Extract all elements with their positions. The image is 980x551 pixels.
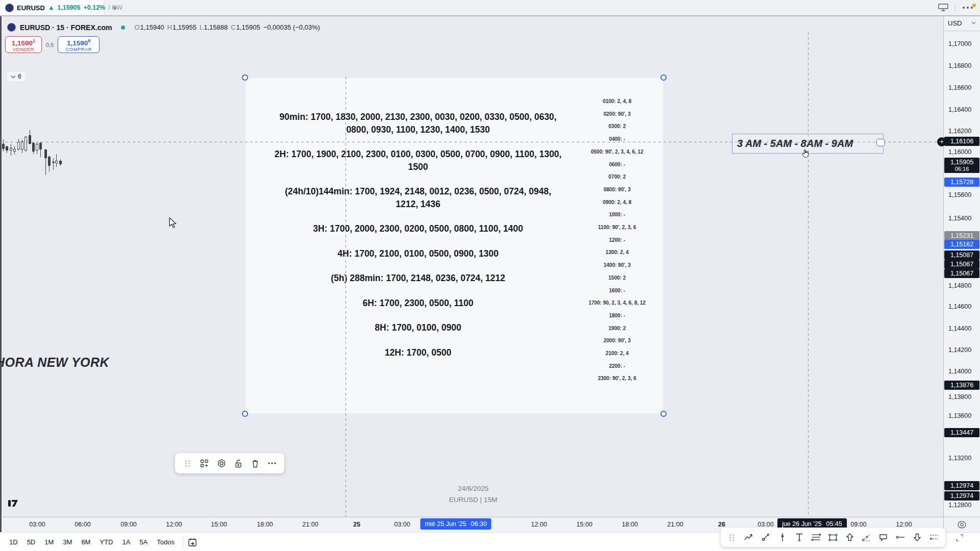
- add-tab-button[interactable]: +: [112, 3, 117, 13]
- clone-group-icon[interactable]: [196, 453, 213, 473]
- range-button[interactable]: 3M: [59, 536, 76, 548]
- price-badge-text: 1,16106: [944, 138, 979, 145]
- candle-body: [52, 162, 55, 163]
- image-anchor-top-right[interactable]: [660, 74, 667, 81]
- divider: [955, 4, 955, 12]
- tab-eurusd[interactable]: EURUSD ▲ 1,15905 +0.12% / NW: [0, 0, 105, 15]
- arrow-up-icon[interactable]: [841, 528, 858, 547]
- image-anchor-bottom-right[interactable]: [660, 411, 667, 417]
- price-badge-text: 1,12974: [944, 492, 979, 499]
- price-badge: 1,12974: [944, 481, 979, 490]
- range-button[interactable]: 5D: [23, 536, 40, 548]
- range-button[interactable]: 6M: [77, 536, 94, 548]
- tab-change-pct: +0.12%: [83, 4, 105, 11]
- hour-list-line: 2100: 2, 4: [572, 347, 662, 360]
- candle-body: [2, 144, 5, 149]
- trend-line-icon[interactable]: [757, 528, 774, 547]
- note-paragraph: (24h/10)144min: 1700, 1924, 2148, 0012, …: [253, 185, 583, 210]
- text-tool-icon[interactable]: [791, 528, 808, 547]
- range-button[interactable]: 1D: [5, 536, 22, 548]
- time-tick: 03:00: [757, 521, 773, 528]
- more-options-icon[interactable]: [263, 453, 280, 473]
- buy-button[interactable]: 1,15906 COMPRAR: [58, 36, 100, 53]
- sell-button[interactable]: 1,15901 VENDER: [5, 36, 42, 53]
- price-tick: 1,13200: [948, 455, 971, 462]
- price-badge-text: 1,13876: [944, 382, 979, 389]
- horizontal-ray-icon[interactable]: [892, 528, 909, 547]
- legend-title[interactable]: EURUSD · 15 · FOREX.com: [20, 23, 112, 32]
- price-badge: 1,15067: [944, 269, 979, 278]
- price-badge-text: 1,15231: [944, 232, 979, 239]
- drag-handle-icon[interactable]: [724, 528, 741, 547]
- settings-gear-icon[interactable]: [213, 453, 230, 473]
- callout-icon[interactable]: [875, 528, 892, 547]
- chart-legend[interactable]: EURUSD · 15 · FOREX.com O1,15940 H1,1595…: [7, 23, 320, 32]
- range-button[interactable]: 5A: [135, 536, 152, 548]
- time-tick: 12:00: [896, 521, 912, 528]
- mouse-pointer-cursor: [168, 217, 178, 229]
- candle-body: [55, 161, 58, 163]
- price-axis[interactable]: USD 1,170001,168001,166001,164001,162001…: [943, 15, 980, 517]
- selection-toolbar: [175, 453, 284, 473]
- polyline-icon[interactable]: [741, 528, 757, 547]
- symbol-timeframe-label: EURUSD | 15M: [449, 496, 497, 504]
- layout-windows-icon[interactable]: [938, 3, 949, 12]
- currency-label: USD: [948, 19, 962, 27]
- session-note-main-text: 90min: 1700, 1830, 2000, 2130, 2300, 003…: [253, 111, 583, 371]
- goto-date-icon[interactable]: [187, 537, 198, 547]
- session-note-hour-list: 0100: 2, 4, 80200: 90', 30300: 20400: -0…: [572, 95, 662, 385]
- object-tree-toggle[interactable]: 6: [7, 72, 25, 81]
- price-tick: 1,16400: [948, 106, 971, 113]
- note-line: 12H: 1700, 0500: [253, 346, 583, 359]
- hour-list-line: 0200: 90', 3: [572, 108, 662, 121]
- image-anchor-top-left[interactable]: [242, 74, 248, 81]
- currency-selector[interactable]: USD: [944, 15, 980, 31]
- candle-body: [44, 149, 47, 158]
- price-badge-text: 1,12974: [944, 482, 979, 489]
- hour-list-line: 0500: 90', 2, 3, 4, 6, 12: [572, 146, 662, 159]
- candle-body: [59, 161, 62, 164]
- price-badge: 1,15067: [944, 260, 979, 269]
- tradingview-logo[interactable]: [7, 497, 20, 509]
- open-value: 1,15940: [140, 23, 164, 31]
- range-selector: 1D5D1M3M6MYTD1A5ATodos: [5, 536, 179, 548]
- price-tick: 1,14600: [948, 303, 971, 310]
- annotation-resize-handle[interactable]: [876, 139, 885, 146]
- image-anchor-bottom-left[interactable]: [242, 411, 248, 417]
- more-options-icon[interactable]: [962, 6, 974, 10]
- price-badge-countdown: 06:16: [944, 166, 979, 172]
- range-button[interactable]: 1A: [118, 536, 134, 548]
- gear-icon: [958, 520, 966, 529]
- time-tick: 09:00: [850, 521, 866, 528]
- range-button[interactable]: YTD: [95, 536, 117, 548]
- dashed-lines-icon[interactable]: [925, 528, 942, 547]
- sell-price-sup: 1: [33, 38, 35, 43]
- sell-label: VENDER: [13, 46, 34, 52]
- badge-time: 06:30: [471, 520, 486, 528]
- price-badge: 1,1590506:16: [944, 158, 979, 173]
- trash-icon[interactable]: [247, 453, 263, 473]
- rectangle-icon[interactable]: [825, 528, 842, 547]
- tab-direction-arrow: ▲: [48, 4, 54, 11]
- hour-list-line: 1600: -: [572, 285, 662, 297]
- vertical-line-icon[interactable]: [774, 528, 791, 547]
- time-tick: 18:00: [622, 521, 638, 528]
- hour-list-line: 1400: 90', 3: [572, 259, 662, 272]
- range-button[interactable]: Todos: [153, 536, 179, 548]
- price-badge: 1,13876: [944, 381, 979, 390]
- buy-price: 1,1590: [67, 39, 88, 46]
- session-note-image[interactable]: 90min: 1700, 1830, 2000, 2130, 2300, 003…: [245, 78, 664, 414]
- candle-body: [17, 142, 20, 149]
- horizontal-lines-icon[interactable]: [808, 528, 825, 547]
- arrow-down-icon[interactable]: [909, 528, 925, 547]
- axis-settings-corner[interactable]: [943, 517, 980, 532]
- unlock-icon[interactable]: [230, 453, 247, 473]
- market-open-dot[interactable]: [121, 26, 125, 30]
- candle-body: [32, 143, 35, 152]
- range-button[interactable]: 1M: [40, 536, 58, 548]
- drag-handle-icon[interactable]: [179, 453, 196, 473]
- pane-resize-icon[interactable]: [955, 534, 964, 542]
- hour-list-line: 1900: 2: [572, 322, 662, 335]
- dashed-trend-icon[interactable]: [858, 528, 875, 547]
- add-order-plus-icon[interactable]: +: [937, 137, 946, 146]
